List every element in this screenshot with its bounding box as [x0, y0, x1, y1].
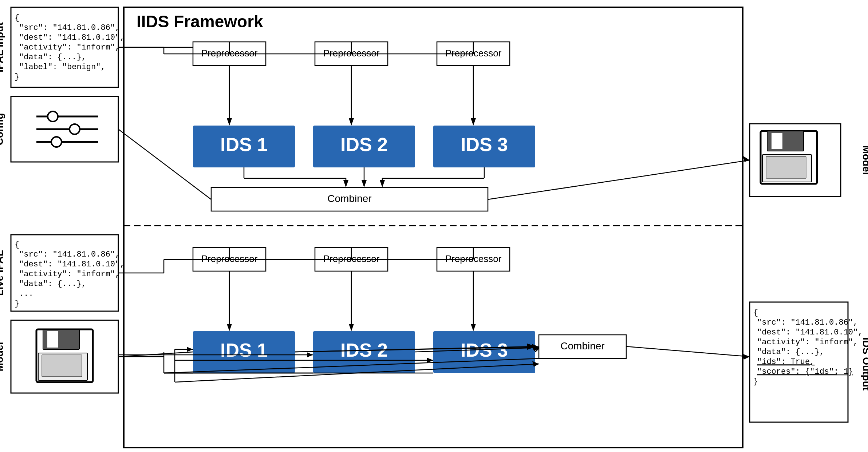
- svg-text:"data": {...},: "data": {...},: [19, 279, 86, 289]
- svg-text:"data": {...},: "data": {...},: [757, 348, 824, 357]
- svg-text:}: }: [15, 72, 19, 82]
- svg-text:"dest": "141.81.0.10",: "dest": "141.81.0.10",: [19, 33, 125, 42]
- svg-text:{: {: [15, 240, 19, 249]
- svg-text:}: }: [753, 377, 758, 386]
- svg-text:"ids": True,: "ids": True,: [757, 357, 814, 366]
- svg-text:"dest": "141.81.0.10",: "dest": "141.81.0.10",: [19, 260, 125, 269]
- svg-point-11: [48, 111, 58, 122]
- main-diagram: { "src": "141.81.0.86", "dest": "141.81.…: [0, 0, 868, 452]
- svg-text:"label": "benign",: "label": "benign",: [19, 63, 106, 72]
- framework-title: IIDS Framework: [137, 12, 263, 31]
- svg-text:"activity": "inform",: "activity": "inform",: [757, 338, 858, 347]
- svg-rect-38: [766, 156, 806, 178]
- svg-rect-52: [124, 7, 743, 448]
- svg-rect-36: [772, 133, 782, 149]
- svg-point-13: [70, 124, 80, 134]
- svg-text:Model: Model: [0, 342, 5, 372]
- svg-rect-31: [42, 355, 82, 377]
- svg-text:Combiner: Combiner: [560, 340, 604, 352]
- svg-text:Live IPAL: Live IPAL: [0, 250, 5, 296]
- svg-text:Config: Config: [0, 113, 5, 146]
- svg-rect-29: [47, 331, 58, 348]
- svg-point-15: [51, 137, 62, 147]
- svg-text:"dest": "141.81.0.10",: "dest": "141.81.0.10",: [757, 328, 863, 337]
- svg-text:{: {: [15, 13, 19, 23]
- svg-text:"data": {...},: "data": {...},: [19, 53, 86, 62]
- ids1-top-label: IDS 1: [220, 134, 268, 155]
- svg-text:"src": "141.81.0.86",: "src": "141.81.0.86",: [757, 318, 858, 327]
- ids2-top-label: IDS 2: [340, 134, 388, 155]
- svg-text:"src": "141.81.0.86",: "src": "141.81.0.86",: [19, 250, 120, 259]
- svg-text:"activity": "inform",: "activity": "inform",: [19, 43, 120, 52]
- svg-text:}: }: [15, 299, 19, 308]
- ids1-bottom-label: IDS 1: [220, 340, 268, 361]
- svg-text:Model: Model: [861, 146, 868, 175]
- svg-text:...: ...: [19, 289, 33, 298]
- svg-text:Combiner: Combiner: [327, 193, 371, 204]
- svg-text:"src": "141.81.0.86",: "src": "141.81.0.86",: [19, 23, 120, 32]
- svg-text:IDS Output: IDS Output: [861, 337, 868, 390]
- svg-text:"activity": "inform",: "activity": "inform",: [19, 270, 120, 279]
- page: { "src": "141.81.0.86", "dest": "141.81.…: [0, 0, 868, 452]
- svg-text:IPAL Input: IPAL Input: [0, 22, 5, 72]
- ids3-top-label: IDS 3: [461, 134, 508, 155]
- svg-text:"scores": {"ids": 1}: "scores": {"ids": 1}: [757, 367, 853, 376]
- svg-text:{: {: [753, 308, 758, 317]
